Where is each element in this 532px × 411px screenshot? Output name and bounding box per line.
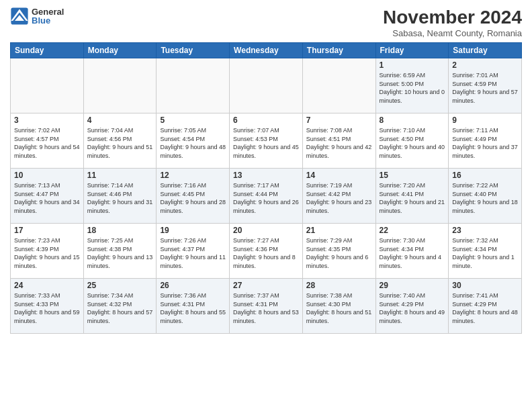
day-number: 15 (380, 171, 445, 180)
calendar-cell: 21Sunrise: 7:29 AM Sunset: 4:35 PM Dayli… (302, 224, 375, 279)
calendar-cell: 7Sunrise: 7:08 AM Sunset: 4:51 PM Daylig… (302, 113, 375, 169)
calendar-week-3: 17Sunrise: 7:23 AM Sunset: 4:39 PM Dayli… (11, 224, 522, 279)
day-info: Sunrise: 7:14 AM Sunset: 4:46 PM Dayligh… (87, 181, 153, 215)
day-info: Sunrise: 7:30 AM Sunset: 4:34 PM Dayligh… (380, 236, 445, 270)
day-number: 19 (160, 226, 226, 235)
day-number: 16 (452, 171, 518, 180)
calendar-cell: 9Sunrise: 7:11 AM Sunset: 4:49 PM Daylig… (449, 113, 522, 169)
calendar-cell (11, 58, 84, 113)
calendar-week-0: 1Sunrise: 6:59 AM Sunset: 5:00 PM Daylig… (11, 58, 522, 113)
day-info: Sunrise: 7:29 AM Sunset: 4:35 PM Dayligh… (306, 236, 372, 270)
calendar-cell: 18Sunrise: 7:25 AM Sunset: 4:38 PM Dayli… (83, 224, 157, 279)
day-number: 2 (452, 60, 518, 70)
calendar-cell: 30Sunrise: 7:41 AM Sunset: 4:29 PM Dayli… (449, 279, 522, 334)
day-number: 4 (87, 116, 153, 125)
day-info: Sunrise: 6:59 AM Sunset: 5:00 PM Dayligh… (380, 71, 445, 105)
day-info: Sunrise: 7:08 AM Sunset: 4:51 PM Dayligh… (306, 126, 372, 160)
day-number: 7 (306, 116, 372, 125)
day-number: 30 (452, 281, 518, 290)
calendar-cell: 3Sunrise: 7:02 AM Sunset: 4:57 PM Daylig… (11, 113, 84, 169)
day-number: 22 (380, 226, 445, 235)
title-section: November 2024 Sabasa, Neamt County, Roma… (383, 7, 522, 38)
calendar-cell: 11Sunrise: 7:14 AM Sunset: 4:46 PM Dayli… (83, 169, 157, 224)
page-header: General Blue November 2024 Sabasa, Neamt… (10, 7, 522, 38)
header-sunday: Sunday (11, 43, 84, 58)
day-info: Sunrise: 7:05 AM Sunset: 4:54 PM Dayligh… (160, 126, 226, 160)
calendar-cell: 25Sunrise: 7:34 AM Sunset: 4:32 PM Dayli… (83, 279, 157, 334)
calendar-cell: 20Sunrise: 7:27 AM Sunset: 4:36 PM Dayli… (230, 224, 303, 279)
calendar-cell (302, 58, 375, 113)
calendar-cell: 12Sunrise: 7:16 AM Sunset: 4:45 PM Dayli… (157, 169, 230, 224)
calendar-cell: 10Sunrise: 7:13 AM Sunset: 4:47 PM Dayli… (11, 169, 84, 224)
day-info: Sunrise: 7:38 AM Sunset: 4:30 PM Dayligh… (306, 291, 372, 325)
day-info: Sunrise: 7:23 AM Sunset: 4:39 PM Dayligh… (14, 236, 80, 270)
calendar-cell: 4Sunrise: 7:04 AM Sunset: 4:56 PM Daylig… (83, 113, 157, 169)
calendar-cell: 6Sunrise: 7:07 AM Sunset: 4:53 PM Daylig… (230, 113, 303, 169)
day-info: Sunrise: 7:16 AM Sunset: 4:45 PM Dayligh… (160, 181, 226, 215)
calendar-cell: 13Sunrise: 7:17 AM Sunset: 4:44 PM Dayli… (230, 169, 303, 224)
day-number: 18 (87, 226, 153, 235)
day-number: 6 (233, 116, 299, 125)
day-number: 10 (14, 171, 80, 180)
day-number: 8 (380, 116, 445, 125)
logo-blue-text: Blue (32, 16, 64, 25)
day-number: 13 (233, 171, 299, 180)
day-number: 12 (160, 171, 226, 180)
day-info: Sunrise: 7:27 AM Sunset: 4:36 PM Dayligh… (233, 236, 299, 270)
calendar-cell: 29Sunrise: 7:40 AM Sunset: 4:29 PM Dayli… (375, 279, 449, 334)
calendar-cell: 22Sunrise: 7:30 AM Sunset: 4:34 PM Dayli… (375, 224, 449, 279)
calendar-cell (83, 58, 157, 113)
day-info: Sunrise: 7:17 AM Sunset: 4:44 PM Dayligh… (233, 181, 299, 215)
day-number: 3 (14, 116, 80, 125)
calendar-cell: 28Sunrise: 7:38 AM Sunset: 4:30 PM Dayli… (302, 279, 375, 334)
header-wednesday: Wednesday (230, 43, 303, 58)
location: Sabasa, Neamt County, Romania (383, 28, 522, 38)
day-number: 21 (306, 226, 372, 235)
day-info: Sunrise: 7:11 AM Sunset: 4:49 PM Dayligh… (452, 126, 518, 160)
logo-text: General Blue (32, 7, 64, 25)
page-container: General Blue November 2024 Sabasa, Neamt… (0, 0, 532, 411)
logo-icon (10, 7, 29, 26)
day-number: 25 (87, 281, 153, 290)
day-number: 5 (160, 116, 226, 125)
calendar-cell: 17Sunrise: 7:23 AM Sunset: 4:39 PM Dayli… (11, 224, 84, 279)
day-info: Sunrise: 7:20 AM Sunset: 4:41 PM Dayligh… (380, 181, 445, 215)
day-number: 29 (380, 281, 445, 290)
day-info: Sunrise: 7:02 AM Sunset: 4:57 PM Dayligh… (14, 126, 80, 160)
calendar-cell: 27Sunrise: 7:37 AM Sunset: 4:31 PM Dayli… (230, 279, 303, 334)
day-number: 11 (87, 171, 153, 180)
day-number: 14 (306, 171, 372, 180)
calendar-cell: 16Sunrise: 7:22 AM Sunset: 4:40 PM Dayli… (449, 169, 522, 224)
calendar-cell: 23Sunrise: 7:32 AM Sunset: 4:34 PM Dayli… (449, 224, 522, 279)
calendar-cell: 24Sunrise: 7:33 AM Sunset: 4:33 PM Dayli… (11, 279, 84, 334)
day-info: Sunrise: 7:19 AM Sunset: 4:42 PM Dayligh… (306, 181, 372, 215)
calendar-cell: 2Sunrise: 7:01 AM Sunset: 4:59 PM Daylig… (449, 58, 522, 113)
day-info: Sunrise: 7:25 AM Sunset: 4:38 PM Dayligh… (87, 236, 153, 270)
day-number: 23 (452, 226, 518, 235)
header-saturday: Saturday (449, 43, 522, 58)
day-info: Sunrise: 7:10 AM Sunset: 4:50 PM Dayligh… (380, 126, 445, 160)
day-info: Sunrise: 7:04 AM Sunset: 4:56 PM Dayligh… (87, 126, 153, 160)
day-number: 20 (233, 226, 299, 235)
calendar-cell: 14Sunrise: 7:19 AM Sunset: 4:42 PM Dayli… (302, 169, 375, 224)
day-info: Sunrise: 7:26 AM Sunset: 4:37 PM Dayligh… (160, 236, 226, 270)
month-title: November 2024 (383, 7, 522, 28)
day-number: 27 (233, 281, 299, 290)
day-number: 9 (452, 116, 518, 125)
day-number: 24 (14, 281, 80, 290)
header-tuesday: Tuesday (157, 43, 230, 58)
day-info: Sunrise: 7:37 AM Sunset: 4:31 PM Dayligh… (233, 291, 299, 325)
calendar-week-1: 3Sunrise: 7:02 AM Sunset: 4:57 PM Daylig… (11, 113, 522, 169)
day-info: Sunrise: 7:07 AM Sunset: 4:53 PM Dayligh… (233, 126, 299, 160)
calendar-cell (157, 58, 230, 113)
day-number: 17 (14, 226, 80, 235)
day-info: Sunrise: 7:40 AM Sunset: 4:29 PM Dayligh… (380, 291, 445, 325)
day-info: Sunrise: 7:13 AM Sunset: 4:47 PM Dayligh… (14, 181, 80, 215)
day-info: Sunrise: 7:34 AM Sunset: 4:32 PM Dayligh… (87, 291, 153, 325)
header-thursday: Thursday (302, 43, 375, 58)
calendar-cell: 26Sunrise: 7:36 AM Sunset: 4:31 PM Dayli… (157, 279, 230, 334)
day-number: 26 (160, 281, 226, 290)
day-info: Sunrise: 7:33 AM Sunset: 4:33 PM Dayligh… (14, 291, 80, 325)
day-number: 28 (306, 281, 372, 290)
calendar-cell: 19Sunrise: 7:26 AM Sunset: 4:37 PM Dayli… (157, 224, 230, 279)
